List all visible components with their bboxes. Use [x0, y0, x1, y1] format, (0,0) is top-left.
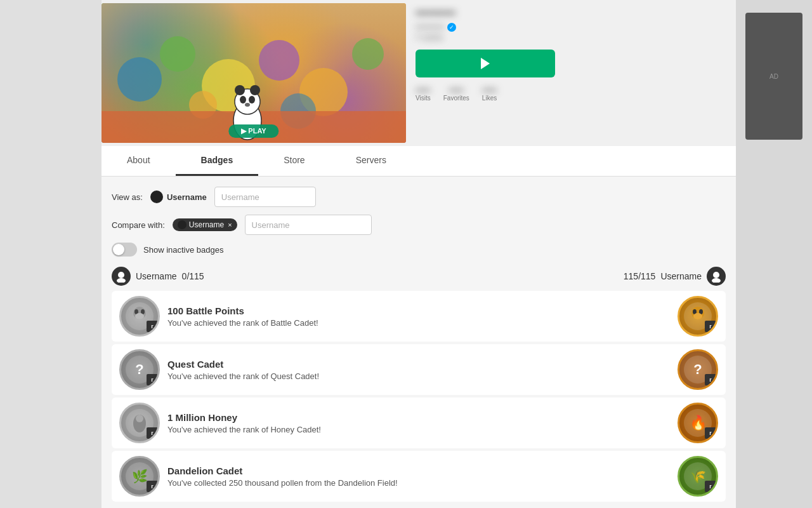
right-user-name: Username: [660, 271, 702, 281]
badge-info-quest-cadet: Quest Cadet You've achieved the rank of …: [167, 359, 670, 381]
question-mark-icon: ?: [135, 361, 143, 378]
svg-point-19: [712, 278, 721, 283]
dandelion-icon-right: 🌾: [690, 469, 706, 484]
r-icon: r: [147, 321, 158, 332]
view-user-dot: [150, 190, 163, 203]
left-user-avatar: [112, 267, 131, 286]
badge-info-battle-points: 100 Battle Points You've achieved the ra…: [167, 305, 670, 328]
play-button[interactable]: [416, 50, 555, 77]
svg-point-17: [117, 278, 126, 283]
stats-row: ••••• Visits ••••• Favorites ••••• Likes: [416, 85, 726, 102]
tabs-section: About Badges Store Servers: [102, 146, 736, 177]
view-user-chip: Username: [150, 190, 207, 203]
svg-point-12: [250, 85, 260, 95]
badge-row-battle-points: r 100 Battle Points You've achieved the …: [112, 291, 726, 342]
badge-left-battle-points: r: [119, 296, 160, 337]
r-icon-quest-right: r: [705, 374, 716, 385]
badge-right-dandelion-cadet: 🌾 r: [678, 456, 718, 497]
compare-with-row: Compare with: Username ×: [112, 215, 726, 235]
badge-desc-quest-cadet: You've achieved the rank of Quest Cadet!: [167, 371, 670, 381]
svg-point-14: [249, 96, 255, 104]
svg-point-27: [693, 313, 702, 319]
badge-title-quest-cadet: Quest Cadet: [167, 359, 670, 370]
tab-servers[interactable]: Servers: [331, 146, 412, 176]
compare-chip-name: Username: [189, 220, 224, 229]
main-content: ▶ PLAY •••••••••• •••••••••• ✓ •• active…: [102, 0, 736, 508]
compare-chip: Username ×: [173, 218, 237, 231]
stat-visits-label: Visits: [416, 95, 431, 102]
badges-header: Username 0/115 115/115 Username: [112, 267, 726, 286]
badge-left-dandelion-cadet: 🌿 r: [119, 456, 160, 497]
badge-left-million-honey: r: [119, 403, 160, 443]
view-username-input[interactable]: [214, 187, 316, 207]
stat-likes-label: Likes: [482, 95, 497, 102]
view-as-row: View as: Username: [112, 187, 726, 207]
tab-badges[interactable]: Badges: [176, 146, 259, 176]
banner-play-hint: ▶ PLAY: [228, 124, 278, 138]
r-icon-right: r: [705, 321, 716, 332]
svg-point-0: [117, 57, 162, 102]
badge-title-dandelion-cadet: Dandelion Cadet: [167, 465, 670, 476]
inactive-badges-toggle[interactable]: [112, 243, 137, 257]
badge-row-million-honey: r 1 Million Honey You've achieved the ra…: [112, 398, 726, 448]
stat-favorites-value: •••••: [443, 85, 469, 95]
toggle-knob: [113, 244, 124, 255]
verified-badge: ✓: [447, 23, 456, 32]
flame-icon: 🔥: [690, 415, 707, 431]
svg-point-5: [352, 38, 384, 70]
left-user-score: 0/115: [182, 271, 204, 281]
game-info: •••••••••• •••••••••• ✓ •• active ••••• …: [406, 0, 736, 146]
badge-desc-battle-points: You've achieved the rank of Battle Cadet…: [167, 318, 670, 328]
view-username-label: Username: [167, 192, 207, 202]
game-active: •• active: [416, 33, 726, 42]
right-user-score: 115/115: [624, 271, 656, 281]
badge-right-battle-points: r: [678, 296, 718, 337]
badge-title-million-honey: 1 Million Honey: [167, 412, 670, 423]
r-icon-honey-left: r: [147, 427, 158, 439]
r-icon-honey-right: r: [705, 427, 716, 439]
badge-desc-million-honey: You've achieved the rank of Honey Cadet!: [167, 425, 670, 434]
stat-favorites-label: Favorites: [443, 95, 469, 102]
svg-point-18: [713, 272, 719, 278]
game-creator: •••••••••• ✓: [416, 22, 726, 32]
left-sidebar: [0, 0, 102, 508]
view-as-label: View as:: [112, 192, 143, 202]
right-sidebar-ad: AD: [745, 13, 802, 140]
toggle-inactive-row: Show inactive badges: [112, 243, 726, 257]
right-sidebar: AD: [736, 0, 812, 508]
left-user-name: Username: [136, 271, 177, 281]
badges-user-right: 115/115 Username: [624, 267, 726, 286]
svg-point-29: [136, 415, 143, 422]
compare-chip-dot: [178, 220, 187, 229]
r-icon-dandelion-left: r: [147, 481, 158, 492]
svg-point-13: [240, 96, 246, 104]
ad-text: AD: [767, 70, 781, 83]
game-title: ••••••••••: [416, 6, 726, 20]
content-area: View as: Username Compare with: Username…: [102, 177, 736, 508]
stat-visits: ••••• Visits: [416, 85, 431, 102]
play-icon: [481, 58, 490, 69]
svg-point-11: [235, 85, 245, 95]
r-icon-dandelion-right: r: [705, 481, 716, 492]
banner-image: ▶ PLAY: [102, 3, 406, 143]
question-mark-icon-right: ?: [693, 361, 702, 378]
badge-title-battle-points: 100 Battle Points: [167, 305, 670, 316]
tab-about[interactable]: About: [102, 146, 176, 176]
compare-chip-remove[interactable]: ×: [228, 221, 232, 229]
svg-point-15: [245, 103, 250, 107]
badge-info-million-honey: 1 Million Honey You've achieved the rank…: [167, 412, 670, 434]
badge-row-dandelion-cadet: 🌿 r Dandelion Cadet You've collected 250…: [112, 451, 726, 502]
stat-favorites: ••••• Favorites: [443, 85, 469, 102]
stat-likes-value: •••••: [482, 85, 497, 95]
creator-name: ••••••••••: [416, 22, 445, 32]
compare-username-input[interactable]: [245, 215, 372, 235]
banner-image-inner: ▶ PLAY: [102, 3, 406, 143]
stat-likes: ••••• Likes: [482, 85, 497, 102]
badge-desc-dandelion-cadet: You've collected 250 thousand pollen fro…: [167, 478, 670, 488]
dandelion-icon-left: 🌿: [132, 469, 148, 484]
tab-store[interactable]: Store: [258, 146, 330, 176]
svg-point-23: [135, 313, 144, 319]
badge-row-quest-cadet: ? r Quest Cadet You've achieved the rank…: [112, 344, 726, 395]
right-user-avatar: [707, 267, 726, 286]
badge-right-million-honey: 🔥 r: [678, 403, 718, 443]
